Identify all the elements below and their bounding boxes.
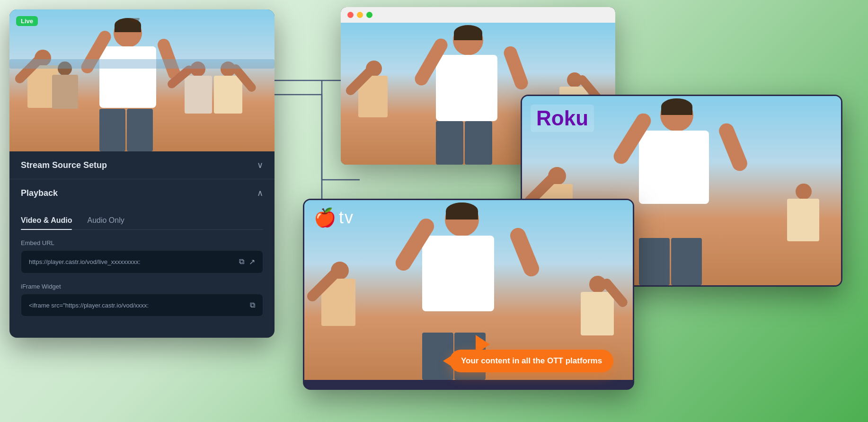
embed-url-value: https://player.castr.io/vod/live_xxxxxxx… xyxy=(29,258,234,265)
window-maximize-dot xyxy=(366,12,372,18)
iframe-value: <iframe src="https://player.castr.io/vod… xyxy=(29,302,245,309)
tab-video-audio[interactable]: Video & Audio xyxy=(21,216,72,229)
playback-section: Playback ∧ Video & Audio Audio Only Embe… xyxy=(9,179,275,338)
tab-audio-only[interactable]: Audio Only xyxy=(87,216,124,229)
tooltip-bubble: Your content in all the OTT platforms xyxy=(450,350,613,372)
fields-container: Embed URL https://player.castr.io/vod/li… xyxy=(9,230,275,337)
left-panel: Live Stream Source Setup ∨ Playback ∧ Vi… xyxy=(9,9,275,338)
chevron-down-icon: ∨ xyxy=(257,160,263,170)
iframe-label: iFrame Widget xyxy=(21,283,263,290)
iframe-field: <iframe src="https://player.castr.io/vod… xyxy=(21,294,263,316)
tabs: Video & Audio Audio Only xyxy=(21,216,263,230)
video-preview: Live xyxy=(9,9,275,151)
appletv-stand xyxy=(304,380,633,388)
stream-source-section: Stream Source Setup ∨ xyxy=(9,151,275,179)
playback-title: Playback xyxy=(21,188,58,198)
embed-url-icons: ⧉ ↗ xyxy=(239,257,255,266)
tabs-container: Video & Audio Audio Only xyxy=(9,207,275,230)
embed-url-field: https://player.castr.io/vod/live_xxxxxxx… xyxy=(21,250,263,273)
chevron-up-icon: ∧ xyxy=(257,188,263,198)
copy-icon[interactable]: ⧉ xyxy=(239,257,244,266)
tooltip-text: Your content in all the OTT platforms xyxy=(461,356,602,366)
roku-logo: Roku xyxy=(531,105,594,132)
window-minimize-dot xyxy=(357,12,363,18)
tooltip-arrow xyxy=(443,356,451,366)
embed-url-label: Embed URL xyxy=(21,239,263,246)
window-close-dot xyxy=(347,12,354,18)
appletv-text: tv xyxy=(339,208,354,228)
apple-icon: 🍎 xyxy=(314,209,336,227)
browser-bar xyxy=(341,7,615,23)
stream-source-header[interactable]: Stream Source Setup ∨ xyxy=(9,151,275,179)
appletv-logo: 🍎 tv xyxy=(314,208,354,228)
external-link-icon[interactable]: ↗ xyxy=(249,257,255,266)
playback-header[interactable]: Playback ∧ xyxy=(9,179,275,207)
appletv-base xyxy=(454,380,483,388)
live-badge: Live xyxy=(16,16,38,26)
iframe-icons: ⧉ xyxy=(250,301,255,309)
copy-icon-iframe[interactable]: ⧉ xyxy=(250,301,255,309)
stream-source-title: Stream Source Setup xyxy=(21,160,107,170)
